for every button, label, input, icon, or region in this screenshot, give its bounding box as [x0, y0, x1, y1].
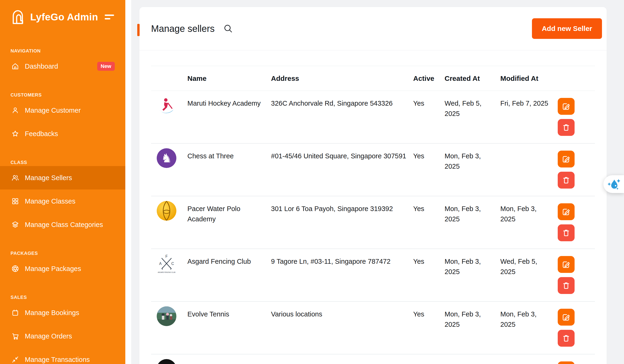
seller-address: Various locations — [271, 309, 322, 319]
edit-button[interactable] — [558, 151, 574, 167]
table-row: MGM Basketball Various locations Yes Mon… — [151, 354, 595, 364]
table-row: Maruti Hockey Academy 326C Anchorvale Rd… — [151, 91, 595, 144]
add-new-seller-button[interactable]: Add new Seller — [532, 18, 602, 39]
sidebar-item-label: Feedbacks — [25, 130, 58, 138]
sidebar-item-label: Manage Bookings — [25, 309, 79, 317]
edit-button[interactable] — [558, 362, 574, 364]
seller-modified-at: Mon, Feb 3, 2025 — [500, 204, 549, 224]
sidebar-item-manage-sellers[interactable]: Manage Sellers — [0, 166, 125, 189]
delete-button[interactable] — [558, 119, 574, 136]
sidebar-section-customers: CUSTOMERS Manage Customer Feedbacks — [0, 92, 125, 145]
sidebar-item-manage-transactions[interactable]: Manage Transactions — [0, 348, 125, 364]
table-row: ♞ Chess at Three #01-45/46 United Square… — [151, 144, 595, 196]
seller-active: Yes — [413, 91, 444, 143]
svg-text:F: F — [165, 254, 168, 258]
seller-created-at: Mon, Feb 3, 2025 — [444, 257, 484, 277]
seller-name: Chess at Three — [187, 151, 234, 161]
seller-modified-at: Mon, Feb 3, 2025 — [500, 362, 549, 364]
sidebar-item-manage-bookings[interactable]: Manage Bookings — [0, 301, 125, 324]
svg-text:A: A — [159, 262, 162, 266]
seller-created-at: Mon, Feb 3, 2025 — [444, 151, 484, 171]
sidebar-item-label: Manage Classes — [25, 197, 76, 205]
table-row: Pacer Water Polo Academy 301 Lor 6 Toa P… — [151, 196, 595, 249]
seller-active: Yes — [413, 196, 444, 249]
seller-created-at: Mon, Feb 3, 2025 — [444, 309, 484, 330]
sidebar-scrollbar[interactable] — [125, 0, 131, 364]
main-area: Manage sellers Add new Seller Name Addre… — [125, 0, 624, 364]
sidebar-item-feedbacks[interactable]: Feedbacks — [0, 122, 125, 145]
users-icon — [11, 174, 19, 182]
seller-address: #01-45/46 United Square, Singapore 30759… — [271, 151, 406, 161]
delete-button[interactable] — [558, 172, 574, 188]
app-title: LyfeGo Admin — [30, 11, 98, 23]
menu-icon[interactable] — [103, 13, 115, 21]
edit-button[interactable] — [558, 309, 574, 326]
sidebar-item-manage-orders[interactable]: Manage Orders — [0, 324, 125, 348]
manage-sellers-card: Manage sellers Add new Seller Name Addre… — [139, 7, 607, 364]
evolve-tennis-logo — [157, 306, 176, 326]
sidebar-item-label: Manage Class Categories — [25, 221, 103, 229]
seller-address: 326C Anchorvale Rd, Singapore 543326 — [271, 98, 392, 109]
accent-bar — [137, 24, 140, 36]
delete-button[interactable] — [558, 277, 574, 294]
seller-address: 301 Lor 6 Toa Payoh, Singapore 319392 — [271, 204, 393, 214]
page-title: Manage sellers — [151, 24, 214, 34]
section-label: CLASS — [0, 159, 125, 166]
column-header-created-at: Created At — [444, 75, 500, 82]
shrink-arrows-icon — [11, 356, 19, 364]
edit-button[interactable] — [558, 98, 574, 115]
mgm-basketball-logo — [157, 359, 176, 364]
svg-text:C: C — [171, 262, 174, 266]
grid-icon — [11, 197, 19, 205]
aperture-icon — [11, 265, 19, 273]
section-label: SALES — [0, 294, 125, 301]
maruti-hockey-logo — [157, 96, 176, 115]
column-header-modified-at: Modified At — [500, 75, 558, 82]
seller-address: 9 Tagore Ln, #03-11, Singapore 787472 — [271, 257, 390, 267]
sidebar-item-dashboard[interactable]: Dashboard New — [0, 54, 125, 78]
seller-name: Maruti Hockey Academy — [187, 98, 261, 109]
delete-button[interactable] — [558, 224, 574, 241]
water-drop-icon — [607, 178, 620, 190]
seller-name: Pacer Water Polo Academy — [187, 204, 265, 224]
seller-modified-at: Fri, Feb 7, 2025 — [500, 98, 548, 109]
sidebar-item-manage-customer[interactable]: Manage Customer — [0, 99, 125, 122]
pacer-water-polo-logo — [157, 201, 176, 221]
sidebar-item-manage-class-categories[interactable]: Manage Class Categories — [0, 213, 125, 236]
seller-name: Asgard Fencing Club — [187, 257, 251, 267]
seller-active: Yes — [413, 144, 444, 196]
search-icon[interactable] — [223, 24, 233, 33]
chess-at-three-logo: ♞ — [157, 148, 176, 168]
sidebar-section-packages: PACKAGES Manage Packages — [0, 250, 125, 280]
seller-modified-at: Mon, Feb 3, 2025 — [500, 309, 549, 330]
table-row: F A C ASGARD FENCING CLUB Asgard Fencing… — [151, 249, 595, 302]
seller-address: Various locations — [271, 362, 322, 364]
sidebar-item-manage-packages[interactable]: Manage Packages — [0, 257, 125, 280]
sidebar-item-label: Manage Transactions — [25, 356, 90, 364]
sellers-table: Name Address Active Created At Modified … — [151, 66, 595, 364]
seller-active: Yes — [413, 354, 444, 364]
sidebar-item-label: Manage Customer — [25, 106, 81, 114]
section-label: CUSTOMERS — [0, 92, 125, 98]
seller-name: MGM Basketball — [187, 362, 237, 364]
home-icon — [11, 62, 19, 70]
page-header: Manage sellers Add new Seller — [139, 7, 607, 50]
seller-name: Evolve Tennis — [187, 309, 229, 319]
user-icon — [11, 106, 19, 114]
layers-icon — [11, 221, 19, 229]
section-label: NAVIGATION — [0, 48, 125, 54]
sidebar-item-manage-classes[interactable]: Manage Classes — [0, 189, 125, 213]
seller-active: Yes — [413, 249, 444, 301]
edit-button[interactable] — [558, 203, 574, 220]
seller-created-at: Wed, Feb 5, 2025 — [444, 98, 484, 119]
sidebar-item-label: Dashboard — [25, 63, 58, 70]
delete-button[interactable] — [558, 330, 574, 347]
water-drop-widget[interactable] — [603, 175, 624, 193]
edit-button[interactable] — [558, 256, 574, 273]
column-header-address: Address — [271, 75, 413, 82]
sidebar-item-label: Manage Sellers — [25, 174, 72, 182]
seller-created-at: Mon, Feb 3, 2025 — [444, 362, 484, 364]
sidebar-header: LyfeGo Admin — [0, 0, 125, 34]
seller-active: Yes — [413, 302, 444, 354]
seller-modified-at: Wed, Feb 5, 2025 — [500, 257, 549, 277]
